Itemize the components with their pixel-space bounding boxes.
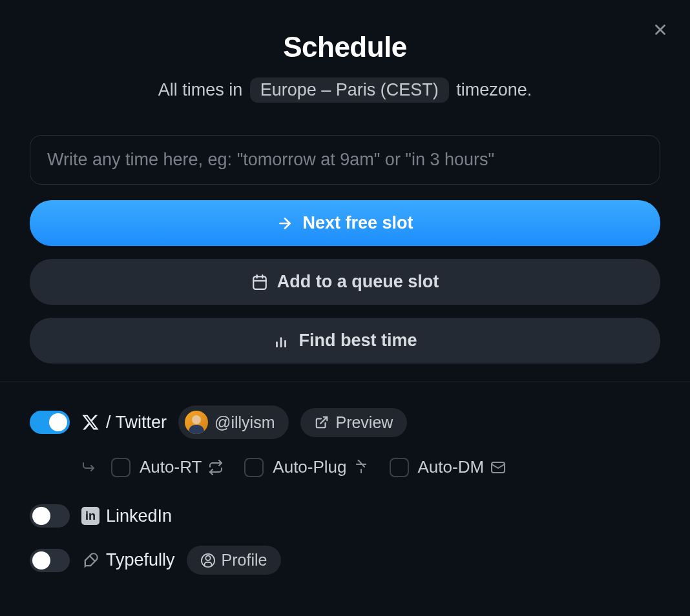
divider: [0, 382, 690, 382]
toggle-knob: [32, 507, 50, 525]
twitter-text: / Twitter: [106, 413, 167, 433]
plug-icon: [353, 460, 369, 475]
queue-slot-label: Add to a queue slot: [277, 272, 439, 292]
platform-linkedin-row: in LinkedIn: [30, 504, 660, 528]
best-time-label: Find best time: [298, 331, 417, 351]
add-queue-slot-button[interactable]: Add to a queue slot: [30, 259, 660, 305]
twitter-label: / Twitter: [81, 413, 167, 433]
linkedin-icon: in: [81, 507, 99, 525]
auto-rt-option[interactable]: Auto-RT: [111, 457, 224, 477]
linkedin-label: in LinkedIn: [81, 506, 172, 526]
preview-label: Preview: [335, 413, 393, 432]
profile-label: Profile: [222, 551, 267, 570]
twitter-toggle[interactable]: [30, 411, 70, 434]
calendar-icon: [251, 274, 268, 291]
svg-line-10: [321, 417, 328, 424]
auto-dm-label: Auto-DM: [418, 457, 485, 477]
feather-icon: [81, 551, 99, 570]
typefully-text: Typefully: [106, 550, 175, 570]
arrow-right-icon: [277, 215, 293, 232]
typefully-toggle[interactable]: [30, 549, 70, 572]
avatar: [185, 411, 208, 434]
mail-icon: [490, 460, 506, 475]
close-button[interactable]: [649, 18, 672, 41]
twitter-options-row: Auto-RT Auto-Plug Auto-DM: [81, 457, 660, 477]
time-input[interactable]: [30, 135, 660, 185]
checkbox: [111, 458, 131, 477]
svg-rect-3: [253, 276, 266, 289]
auto-plug-option[interactable]: Auto-Plug: [244, 457, 368, 477]
sub-arrow-icon: [81, 458, 97, 477]
next-free-slot-button[interactable]: Next free slot: [30, 200, 660, 246]
linkedin-toggle[interactable]: [30, 504, 70, 528]
external-link-icon: [315, 415, 329, 429]
find-best-time-button[interactable]: Find best time: [30, 318, 660, 364]
schedule-modal: Schedule All times in Europe – Paris (CE…: [0, 0, 690, 616]
auto-plug-label: Auto-Plug: [273, 457, 346, 477]
next-slot-label: Next free slot: [302, 213, 413, 233]
toggle-knob: [32, 551, 50, 570]
twitter-handle: @illyism: [214, 413, 275, 432]
auto-dm-option[interactable]: Auto-DM: [390, 457, 507, 477]
bar-chart-icon: [273, 333, 289, 349]
typefully-label: Typefully: [81, 550, 175, 570]
svg-point-15: [205, 555, 210, 560]
twitter-handle-pill[interactable]: @illyism: [178, 406, 289, 439]
preview-pill[interactable]: Preview: [300, 408, 407, 437]
subtitle-suffix: timezone.: [456, 80, 532, 99]
modal-title: Schedule: [30, 31, 660, 63]
linkedin-text: LinkedIn: [106, 506, 172, 526]
close-icon: [652, 21, 669, 38]
x-twitter-icon: [81, 413, 99, 431]
timezone-subtitle: All times in Europe – Paris (CEST) timez…: [30, 77, 660, 103]
toggle-knob: [49, 413, 67, 431]
svg-line-12: [358, 460, 364, 467]
checkbox: [390, 458, 409, 477]
auto-rt-label: Auto-RT: [140, 457, 202, 477]
retweet-icon: [208, 460, 224, 475]
profile-icon: [201, 553, 215, 568]
platform-twitter-row: / Twitter @illyism Preview: [30, 406, 660, 439]
timezone-chip[interactable]: Europe – Paris (CEST): [250, 77, 449, 103]
subtitle-prefix: All times in: [158, 80, 243, 99]
checkbox: [244, 458, 264, 477]
platform-typefully-row: Typefully Profile: [30, 546, 660, 575]
profile-pill[interactable]: Profile: [187, 546, 282, 575]
